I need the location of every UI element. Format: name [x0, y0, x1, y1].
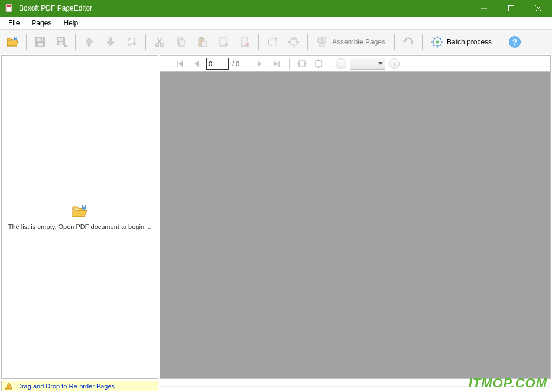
- svg-text:?: ?: [512, 37, 518, 47]
- svg-rect-10: [37, 38, 43, 41]
- fit-page-button[interactable]: [312, 57, 325, 70]
- folder-open-icon: [72, 204, 88, 218]
- separator: [145, 34, 146, 50]
- first-page-button[interactable]: [173, 57, 186, 70]
- svg-rect-33: [291, 39, 297, 45]
- page-list-panel[interactable]: The list is empty. Open PDF document to …: [1, 55, 158, 379]
- preview-canvas[interactable]: [160, 72, 551, 379]
- separator: [289, 58, 290, 70]
- svg-rect-34: [318, 38, 322, 43]
- separator: [75, 34, 76, 50]
- insert-page-button[interactable]: [213, 32, 233, 52]
- zoom-combo[interactable]: [350, 58, 385, 70]
- empty-state: The list is empty. Open PDF document to …: [2, 56, 158, 378]
- sort-button[interactable]: ZA: [122, 32, 142, 52]
- open-button[interactable]: [2, 32, 22, 52]
- fit-width-button[interactable]: [296, 57, 309, 70]
- svg-rect-11: [38, 43, 43, 46]
- paste-button[interactable]: [192, 32, 212, 52]
- window-title: Boxoft PDF PageEditor: [19, 4, 470, 12]
- svg-text:A: A: [128, 42, 131, 47]
- svg-text:!: !: [8, 384, 10, 390]
- titlebar: Boxoft PDF PageEditor: [0, 0, 552, 17]
- zoom-out-button[interactable]: −: [336, 58, 346, 69]
- page-total-label: / 0: [232, 60, 239, 67]
- svg-rect-12: [41, 38, 42, 41]
- minimize-button[interactable]: [470, 0, 498, 17]
- svg-rect-25: [200, 37, 203, 39]
- svg-rect-27: [220, 38, 226, 46]
- cut-button[interactable]: [150, 32, 170, 52]
- svg-rect-32: [268, 40, 269, 44]
- batch-label: Batch process: [447, 38, 492, 46]
- empty-text: The list is empty. Open PDF document to …: [8, 223, 152, 230]
- separator: [501, 34, 501, 50]
- svg-rect-44: [316, 61, 322, 67]
- status-text: Drag and Drop to Re-order Pages: [17, 383, 115, 390]
- svg-rect-15: [59, 42, 63, 45]
- next-page-button[interactable]: [254, 57, 267, 70]
- menubar: File Pages Help: [0, 17, 552, 30]
- svg-rect-2: [7, 6, 11, 7]
- separator: [258, 34, 259, 50]
- close-button[interactable]: [525, 0, 552, 17]
- page-nav-bar: / 0 − +: [160, 55, 551, 72]
- copy-button[interactable]: [171, 32, 191, 52]
- save-as-button[interactable]: [51, 32, 72, 52]
- zoom-in-button[interactable]: +: [389, 58, 400, 69]
- svg-rect-36: [320, 43, 324, 47]
- status-hint: ! Drag and Drop to Re-order Pages: [1, 381, 158, 391]
- svg-rect-35: [322, 38, 326, 43]
- window-controls: [470, 0, 552, 17]
- separator: [26, 34, 27, 50]
- separator: [422, 34, 423, 50]
- separator: [307, 34, 308, 50]
- batch-process-button[interactable]: Batch process: [426, 32, 497, 52]
- save-button[interactable]: [30, 32, 50, 52]
- app-icon: [5, 4, 14, 13]
- move-down-button[interactable]: [100, 32, 121, 52]
- resize-button[interactable]: [284, 32, 304, 52]
- svg-point-38: [436, 40, 439, 43]
- svg-rect-1: [7, 5, 11, 6]
- svg-point-18: [156, 43, 159, 46]
- watermark: ITMOP.COM: [469, 375, 547, 391]
- undo-button[interactable]: [398, 32, 418, 52]
- svg-line-20: [158, 38, 162, 44]
- svg-rect-43: [299, 61, 305, 67]
- delete-page-button[interactable]: [235, 32, 255, 52]
- last-page-button[interactable]: [270, 57, 283, 70]
- separator: [394, 34, 395, 50]
- crop-button[interactable]: [262, 32, 283, 52]
- svg-rect-3: [7, 8, 9, 8]
- main-toolbar: ZA Assemble Pages Batch process ?: [0, 30, 552, 54]
- svg-line-21: [157, 38, 161, 44]
- menu-help[interactable]: Help: [57, 18, 84, 28]
- content-area: The list is empty. Open PDF document to …: [0, 54, 552, 380]
- svg-rect-14: [58, 38, 63, 41]
- prev-page-button[interactable]: [190, 57, 203, 70]
- svg-rect-26: [202, 41, 206, 47]
- maximize-button[interactable]: [498, 0, 525, 17]
- assemble-pages-button[interactable]: Assemble Pages: [311, 32, 391, 52]
- menu-file[interactable]: File: [2, 18, 25, 28]
- move-up-button[interactable]: [79, 32, 99, 52]
- assemble-label: Assemble Pages: [332, 38, 385, 46]
- svg-rect-23: [179, 40, 184, 46]
- preview-panel: / 0 − +: [160, 55, 551, 379]
- svg-rect-31: [269, 38, 276, 45]
- menu-pages[interactable]: Pages: [25, 18, 57, 28]
- page-number-input[interactable]: [206, 58, 229, 70]
- svg-rect-5: [509, 6, 514, 11]
- svg-point-19: [161, 43, 164, 46]
- help-button[interactable]: ?: [505, 32, 525, 52]
- warning-icon: !: [5, 383, 12, 390]
